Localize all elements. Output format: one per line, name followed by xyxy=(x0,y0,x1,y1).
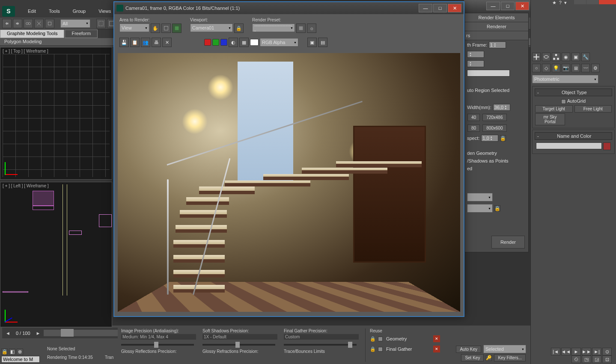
lock-viewport-icon[interactable]: 🔒 xyxy=(234,24,244,33)
time-slider-thumb[interactable] xyxy=(61,329,74,337)
next-frame-icon[interactable]: ►► xyxy=(582,348,591,355)
cameras-cat-icon[interactable]: 📷 xyxy=(562,64,570,72)
timeline-arrow-right[interactable]: ► xyxy=(33,331,44,336)
channel-display-dropdown[interactable]: RGB Alpha xyxy=(260,38,298,47)
image-precision-slider[interactable] xyxy=(121,344,194,346)
selection-set-icon[interactable]: ◧ xyxy=(9,349,15,355)
modify-tab-icon[interactable] xyxy=(542,53,551,61)
delete-geometry-icon[interactable]: ✕ xyxy=(433,335,440,342)
save-image-icon[interactable]: 💾 xyxy=(119,38,129,47)
render-setup-icon[interactable] xyxy=(296,24,306,33)
utilities-tab-icon[interactable]: 🔧 xyxy=(581,53,590,61)
spacewarps-cat-icon[interactable]: 〰 xyxy=(581,64,590,72)
red-channel-icon[interactable] xyxy=(204,39,211,46)
width-spinner[interactable]: 36,0▲▼ xyxy=(493,104,510,111)
render-button[interactable]: Render xyxy=(491,236,525,249)
alpha-channel-icon[interactable]: ◐ xyxy=(229,38,238,47)
rendered-image[interactable] xyxy=(118,53,460,312)
set-key-button[interactable]: Set Key xyxy=(461,354,484,361)
unlink-icon[interactable] xyxy=(34,19,44,28)
final-gather-slider[interactable] xyxy=(284,344,357,346)
hierarchy-tab-icon[interactable] xyxy=(552,53,560,61)
goto-start-icon[interactable]: |◄ xyxy=(551,348,560,355)
time-config-icon[interactable]: ⏲ xyxy=(571,355,581,363)
dropdown-icon[interactable]: ▾ xyxy=(564,0,567,5)
app-logo[interactable]: S xyxy=(2,6,15,17)
prev-frame-icon[interactable]: ◄◄ xyxy=(561,348,571,355)
menu-edit[interactable]: Edit xyxy=(28,9,36,14)
helpers-cat-icon[interactable]: ⊞ xyxy=(571,64,580,72)
auto-key-button[interactable]: Auto Key xyxy=(456,346,481,353)
lock-geom-icon[interactable]: 🔒 xyxy=(370,336,376,342)
res-btn-1a[interactable]: 40 xyxy=(467,114,480,121)
geometry-cat-icon[interactable]: ○ xyxy=(532,64,541,72)
tab-graphite[interactable]: Graphite Modeling Tools xyxy=(0,30,64,38)
timeline-arrow-left[interactable]: ◄ xyxy=(2,331,14,336)
minimize-icon[interactable]: — xyxy=(419,4,432,12)
motion-tab-icon[interactable]: ◉ xyxy=(562,53,570,61)
toggle-overlay-icon[interactable]: ▤ xyxy=(318,38,327,47)
systems-cat-icon[interactable]: ⚙ xyxy=(591,64,600,72)
pan-icon[interactable]: ✋ xyxy=(151,24,160,33)
undo-icon[interactable] xyxy=(2,19,12,28)
area-to-render-dropdown[interactable]: View xyxy=(119,24,149,32)
object-name-input[interactable] xyxy=(536,142,602,149)
preset-mini-dropdown-1[interactable] xyxy=(467,193,493,201)
viewport-left[interactable]: [ + ] [ Left ] [ Wireframe ] xyxy=(0,182,112,327)
print-icon[interactable]: 🖶 xyxy=(152,38,161,47)
region-icon[interactable] xyxy=(161,24,171,33)
key-icon[interactable]: 🔑 xyxy=(486,355,492,361)
nav-2-icon[interactable]: ◲ xyxy=(592,355,601,363)
app-minimize-icon[interactable] xyxy=(574,0,586,4)
spinner-1[interactable]: ▲▼ xyxy=(467,51,484,58)
res-btn-2a[interactable]: 80 xyxy=(467,124,480,132)
select-window-icon[interactable] xyxy=(96,19,106,28)
preset-mini-dropdown-2[interactable] xyxy=(467,204,493,213)
auto-region-icon[interactable] xyxy=(172,24,182,33)
final-gather-checkbox[interactable] xyxy=(378,347,383,352)
nav-3-icon[interactable]: ⊡ xyxy=(602,355,612,363)
app-close-icon[interactable] xyxy=(599,0,616,4)
axis-lock-icon[interactable]: ⊕ xyxy=(17,349,23,355)
color-swatch[interactable] xyxy=(603,142,611,150)
object-type-header[interactable]: Object Type xyxy=(562,90,587,95)
green-channel-icon[interactable] xyxy=(212,39,219,46)
key-mode-icon[interactable]: ⊙ xyxy=(602,348,612,355)
play-icon[interactable]: ► xyxy=(571,348,581,355)
spinner-2[interactable]: ▲▼ xyxy=(467,60,484,67)
mono-channel-icon[interactable]: ▦ xyxy=(239,38,249,47)
bg-minimize-icon[interactable]: — xyxy=(486,2,500,10)
render-window-titlebar[interactable]: Camera01, frame 0, RGBA Color 16 Bits/Ch… xyxy=(114,2,464,14)
lights-cat-icon[interactable]: 💡 xyxy=(552,64,560,72)
bg-maximize-icon[interactable]: □ xyxy=(501,2,515,10)
bind-icon[interactable] xyxy=(45,19,54,28)
free-light-button[interactable]: Free Light xyxy=(574,105,612,112)
geometry-checkbox[interactable] xyxy=(378,337,383,341)
lock-selection-icon[interactable]: 🔒 xyxy=(1,349,8,355)
viewport-left-label[interactable]: [ + ] [ Left ] [ Wireframe ] xyxy=(3,183,49,188)
clone-window-icon[interactable]: 👥 xyxy=(141,38,150,47)
lock-fg-icon[interactable]: 🔒 xyxy=(370,346,376,352)
lock-small-icon[interactable]: 🔒 xyxy=(494,205,500,211)
link-icon[interactable] xyxy=(24,19,33,28)
create-tab-icon[interactable] xyxy=(532,53,541,61)
tab-freeform[interactable]: Freeform xyxy=(65,30,98,38)
viewport-top[interactable]: [ + ] [ Top ] [ Wireframe ] xyxy=(0,47,112,180)
delete-fg-icon[interactable]: ✕ xyxy=(433,346,440,352)
res-btn-2b[interactable]: 800x600 xyxy=(482,124,506,132)
help-icon[interactable]: ? xyxy=(559,0,562,5)
menu-views[interactable]: Views xyxy=(98,9,111,14)
aspect-lock-icon[interactable]: 🔒 xyxy=(500,135,506,141)
menu-group[interactable]: Group xyxy=(73,9,86,14)
tab-renderer[interactable]: Renderer xyxy=(465,22,528,31)
bg-close-icon[interactable]: ✕ xyxy=(515,2,529,10)
toggle-ui-icon[interactable]: ▣ xyxy=(307,38,317,47)
tab-render-elements[interactable]: Render Elements xyxy=(465,13,528,22)
environment-icon[interactable]: ☼ xyxy=(307,24,316,33)
key-mode-dropdown[interactable]: Selected xyxy=(483,345,526,353)
close-icon[interactable]: ✕ xyxy=(448,4,461,12)
name-color-header[interactable]: Name and Color xyxy=(557,133,591,139)
blue-channel-icon[interactable] xyxy=(220,39,227,46)
text-input-1[interactable] xyxy=(467,70,510,77)
shapes-cat-icon[interactable]: ◇ xyxy=(542,64,551,72)
